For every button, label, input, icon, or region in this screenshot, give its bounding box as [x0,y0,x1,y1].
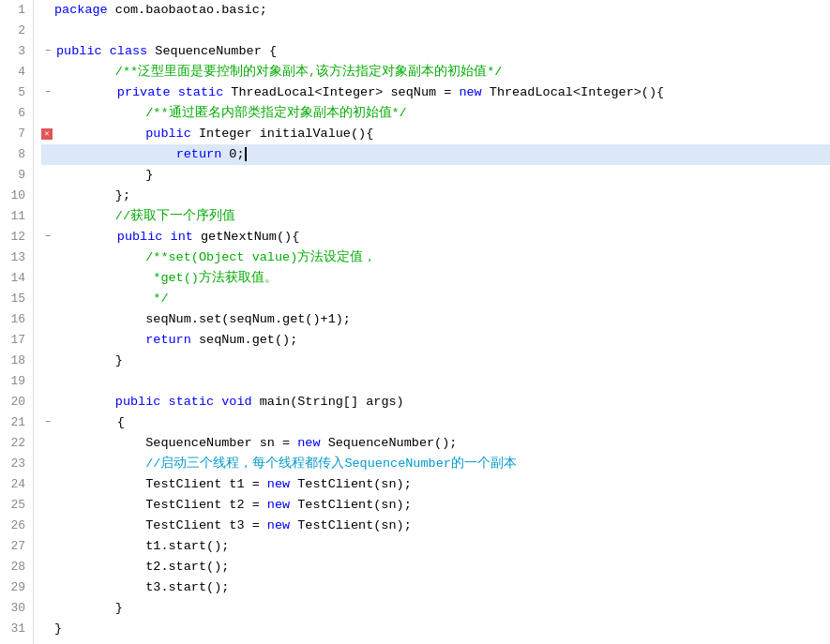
code-line-content-17: return seqNum.get(); [54,330,297,351]
code-line-content-20: public static void main(String[] args) [54,392,404,412]
token: com.baobaotao.basic; [108,3,267,17]
code-line-25: TestClient t2 = new TestClient(sn); [41,495,830,516]
line-number-3: 3 [4,41,25,62]
code-line-2 [41,21,830,41]
line-numbers: 1234567891011121314151617181920212223242… [0,0,34,644]
code-line-content-5: private static ThreadLocal<Integer> seqN… [56,82,664,103]
expand-icon[interactable]: − [41,86,54,99]
token: ThreadLocal<Integer>(){ [482,85,664,99]
token: /**set(Object value)方法设定值， [145,250,376,264]
token: } [54,622,62,636]
token: TestClient(sn); [290,518,412,532]
token: new [267,498,290,512]
token: new [297,436,320,450]
token: public [56,44,102,58]
line-number-16: 16 [4,309,25,330]
line-number-7: 7 [4,124,25,144]
expand-icon[interactable]: − [41,45,54,58]
line-number-2: 2 [4,21,25,41]
code-line-content-10: }; [54,186,130,206]
code-line-content-9: } [54,165,153,186]
code-line-20: public static void main(String[] args) [41,392,830,412]
code-line-24: TestClient t1 = new TestClient(sn); [41,474,830,495]
token: *get()方法获取值。 [145,271,278,285]
code-line-content-26: TestClient t3 = new TestClient(sn); [54,516,412,536]
line-number-1: 1 [4,0,25,21]
line-number-4: 4 [4,62,25,82]
token: TestClient t3 = [145,518,267,532]
line-number-6: 6 [4,103,25,124]
line-number-25: 25 [4,495,25,516]
code-line-11: //获取下一个序列值 [41,206,830,227]
code-line-4: /**泛型里面是要控制的对象副本,该方法指定对象副本的初始值*/ [41,62,830,82]
error-marker: ✕ [41,128,53,140]
token [160,395,168,409]
code-line-23: //启动三个线程，每个线程都传入SequenceNumber的一个副本 [41,454,830,474]
code-line-content-29: t3.start(); [54,577,229,598]
code-line-15: */ [41,289,830,309]
code-area[interactable]: package com.baobaotao.basic;−public clas… [34,0,830,644]
token: return [176,147,222,161]
token: } [145,168,153,182]
token: 0; [221,147,244,161]
line-number-20: 20 [4,392,25,412]
line-number-28: 28 [4,557,25,577]
code-line-10: }; [41,186,830,206]
code-line-27: t1.start(); [41,536,830,557]
code-line-content-7: public Integer initialValue(){ [54,124,373,144]
code-line-content-6: /**通过匿名内部类指定对象副本的初始值*/ [54,103,407,124]
token: SequenceNumber sn = [145,436,297,450]
text-cursor [245,147,247,161]
token: //获取下一个序列值 [115,209,235,223]
token: SequenceNumber(); [321,436,458,450]
token: new [459,85,481,99]
line-number-23: 23 [4,454,25,474]
token: package [54,3,108,17]
code-line-content-27: t1.start(); [54,536,229,557]
code-line-content-28: t2.start(); [54,557,229,577]
code-line-content-23: //启动三个线程，每个线程都传入SequenceNumber的一个副本 [54,454,517,474]
expand-icon[interactable]: − [41,416,54,429]
code-line-29: t3.start(); [41,577,830,598]
token: return [145,333,191,347]
code-editor: 1234567891011121314151617181920212223242… [0,0,830,644]
line-number-5: 5 [4,82,25,103]
code-line-content-12: public int getNextNum(){ [56,227,299,247]
line-number-30: 30 [4,598,25,619]
token: public [115,395,161,409]
code-line-26: TestClient t3 = new TestClient(sn); [41,516,830,536]
code-line-22: SequenceNumber sn = new SequenceNumber()… [41,433,830,454]
token: main(String[] args) [252,395,404,409]
code-line-28: t2.start(); [41,557,830,577]
line-number-26: 26 [4,516,25,536]
token: } [115,353,123,367]
line-number-21: 21 [4,412,25,433]
token: void [221,395,251,409]
line-number-9: 9 [4,165,25,186]
token: { [117,415,125,429]
code-line-9: } [41,165,830,186]
line-number-19: 19 [4,371,25,392]
token: static [169,395,215,409]
line-number-10: 10 [4,186,25,206]
token: new [267,477,290,491]
token: Integer initialValue(){ [191,127,373,141]
code-line-content-1: package com.baobaotao.basic; [54,0,267,21]
token: new [267,518,290,532]
token [162,230,170,244]
code-line-14: *get()方法获取值。 [41,268,830,289]
line-number-15: 15 [4,289,25,309]
line-number-14: 14 [4,268,25,289]
line-number-8: 8 [4,144,25,165]
token [171,85,178,99]
code-line-16: seqNum.set(seqNum.get()+1); [41,309,830,330]
code-line-17: return seqNum.get(); [41,330,830,351]
expand-icon[interactable]: − [41,231,54,244]
token: seqNum.get(); [191,333,297,347]
line-number-12: 12 [4,227,25,247]
token: int [171,230,193,244]
token: /**泛型里面是要控制的对象副本,该方法指定对象副本的初始值*/ [115,65,503,79]
line-number-18: 18 [4,351,25,371]
token: public [145,127,191,141]
code-line-content-30: } [54,598,123,619]
